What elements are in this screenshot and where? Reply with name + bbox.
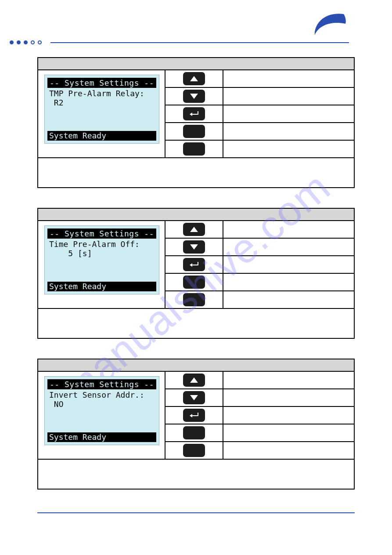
footer-rule [37, 512, 355, 513]
lcd-screen: -- System Settings -- Invert Sensor Addr… [44, 376, 159, 445]
description-cell [223, 221, 354, 239]
blank-button[interactable] [183, 444, 205, 457]
down-arrow-icon [190, 395, 198, 401]
up-arrow-icon [190, 226, 198, 232]
lcd-header: -- System Settings -- [47, 229, 156, 239]
description-cell [223, 407, 354, 424]
svg-marker-2 [190, 112, 192, 116]
svg-marker-8 [190, 414, 192, 417]
blank-button[interactable] [183, 125, 205, 138]
description-cell [223, 123, 354, 141]
svg-marker-7 [190, 395, 198, 400]
svg-marker-1 [190, 94, 198, 99]
svg-marker-4 [190, 244, 198, 250]
lcd-line: 5 [s] [49, 249, 92, 258]
panel-notes [38, 158, 354, 187]
enter-icon [188, 110, 200, 117]
lcd-line: Invert Sensor Addr.: [49, 390, 144, 399]
up-button[interactable] [183, 223, 205, 236]
lcd-status: System Ready [47, 432, 156, 442]
svg-marker-5 [190, 263, 192, 267]
up-arrow-icon [190, 76, 198, 82]
down-arrow-icon [190, 244, 198, 250]
enter-icon [188, 412, 200, 419]
settings-panel: -- System Settings -- Invert Sensor Addr… [37, 359, 355, 490]
lcd-cell: -- System Settings -- Time Pre-Alarm Off… [38, 221, 165, 308]
settings-panel: -- System Settings -- TMP Pre-Alarm Rela… [37, 57, 355, 188]
panel-notes [38, 460, 354, 489]
lcd-header: -- System Settings -- [47, 379, 156, 389]
description-cell [223, 239, 354, 256]
description-cell [223, 141, 354, 157]
description-cell [223, 256, 354, 274]
dot-icon [17, 40, 21, 44]
blank-button[interactable] [183, 142, 205, 156]
description-cell [223, 70, 354, 88]
lcd-body: Invert Sensor Addr.: NO [47, 389, 156, 432]
down-button[interactable] [183, 240, 205, 254]
up-button[interactable] [183, 374, 205, 387]
description-cell [223, 105, 354, 123]
lcd-screen: -- System Settings -- TMP Pre-Alarm Rela… [44, 75, 159, 144]
header-dots [10, 40, 42, 44]
blank-button[interactable] [183, 276, 205, 289]
down-button[interactable] [183, 391, 205, 404]
description-cell [223, 372, 354, 389]
description-column [223, 221, 354, 308]
lcd-body: TMP Pre-Alarm Relay: R2 [47, 88, 156, 130]
content-area: -- System Settings -- TMP Pre-Alarm Rela… [0, 44, 392, 490]
lcd-header: -- System Settings -- [47, 78, 156, 88]
button-column [165, 221, 223, 308]
description-column [223, 372, 354, 459]
lcd-line: R2 [49, 98, 64, 107]
enter-button[interactable] [183, 258, 205, 271]
lcd-status: System Ready [47, 282, 156, 291]
lcd-line: TMP Pre-Alarm Relay: [49, 89, 144, 98]
page-header [0, 0, 392, 44]
down-button[interactable] [183, 90, 205, 103]
dot-icon [31, 40, 35, 44]
dot-icon [38, 40, 42, 44]
description-column [223, 70, 354, 157]
panel-title-bar [38, 209, 354, 221]
blank-button[interactable] [183, 426, 205, 439]
lcd-status: System Ready [47, 131, 156, 141]
down-arrow-icon [190, 93, 198, 99]
lcd-line: NO [49, 399, 64, 409]
enter-button[interactable] [183, 409, 205, 422]
blank-button[interactable] [183, 293, 205, 306]
svg-marker-0 [190, 76, 198, 81]
description-cell [223, 291, 354, 308]
up-button[interactable] [183, 72, 205, 85]
svg-marker-3 [190, 227, 198, 232]
up-arrow-icon [190, 377, 198, 383]
description-cell [223, 424, 354, 442]
description-cell [223, 88, 354, 105]
panel-notes [38, 309, 354, 338]
description-cell [223, 274, 354, 291]
lcd-body: Time Pre-Alarm Off: 5 [s] [47, 239, 156, 281]
dot-icon [10, 40, 14, 44]
header-rule [50, 42, 349, 43]
panel-title-bar [38, 359, 354, 372]
settings-panel: -- System Settings -- Time Pre-Alarm Off… [37, 208, 355, 339]
button-column [165, 372, 223, 459]
description-cell [223, 389, 354, 407]
dot-icon [24, 40, 28, 44]
enter-button[interactable] [183, 107, 205, 120]
lcd-screen: -- System Settings -- Time Pre-Alarm Off… [44, 225, 159, 294]
svg-marker-6 [190, 377, 198, 383]
lcd-line: Time Pre-Alarm Off: [49, 239, 140, 249]
logo-crescent-icon [309, 13, 348, 40]
lcd-cell: -- System Settings -- TMP Pre-Alarm Rela… [38, 70, 165, 157]
button-column [165, 70, 223, 157]
panel-title-bar [38, 58, 354, 70]
lcd-cell: -- System Settings -- Invert Sensor Addr… [38, 372, 165, 459]
description-cell [223, 442, 354, 459]
enter-icon [188, 261, 200, 268]
